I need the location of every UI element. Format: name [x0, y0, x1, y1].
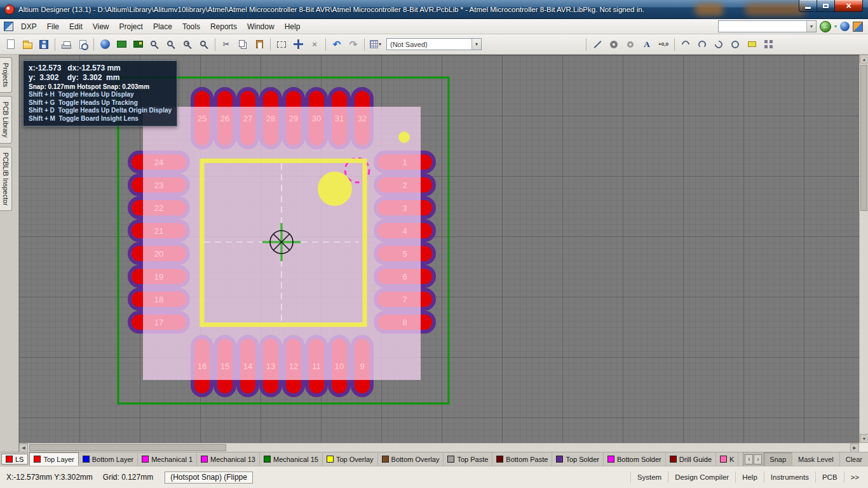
scroll-right-button[interactable]: ▶: [850, 444, 859, 452]
place-arc-edge-button[interactable]: [695, 37, 710, 52]
silkscreen-dot[interactable]: [398, 132, 410, 143]
panel-button-system[interactable]: System: [630, 471, 668, 483]
print-preview-button[interactable]: [75, 37, 90, 52]
layer-tabs-prev-button[interactable]: ‹: [745, 454, 753, 464]
open-button[interactable]: [20, 37, 35, 52]
close-button[interactable]: ×: [834, 0, 863, 12]
layer-tab-bottom-solder[interactable]: Bottom Solder: [604, 452, 666, 466]
layer-tab-mechanical-1[interactable]: Mechanical 1: [138, 452, 197, 466]
scroll-down-button[interactable]: ▼: [860, 434, 868, 443]
board-view-button[interactable]: [114, 37, 129, 52]
menu-item-view[interactable]: View: [88, 20, 114, 34]
copy-button[interactable]: [235, 37, 250, 52]
fit-document-button[interactable]: [147, 37, 162, 52]
menu-item-tools[interactable]: Tools: [177, 20, 205, 34]
back-icon[interactable]: ←: [820, 21, 831, 32]
deselect-icon: ×: [312, 39, 317, 49]
search-combobox[interactable]: ▾: [718, 20, 817, 32]
save-button[interactable]: [36, 37, 51, 52]
new-document-button[interactable]: [3, 37, 18, 52]
chevron-down-icon[interactable]: ▾: [471, 39, 481, 50]
dxp-app-icon[interactable]: [4, 22, 13, 31]
menu-item-window[interactable]: Window: [242, 20, 280, 34]
layer-tab-drill-guide[interactable]: Drill Guide: [666, 452, 716, 466]
maximize-button[interactable]: [817, 0, 834, 12]
place-pad-button[interactable]: [606, 37, 621, 52]
panel-tab-pcb-library[interactable]: PCB Library: [0, 96, 12, 144]
layer-tab-bottom-layer[interactable]: Bottom Layer: [79, 452, 138, 466]
minimize-button[interactable]: [799, 0, 817, 12]
pin1-marker-dot[interactable]: [318, 172, 352, 206]
menu-item-reports[interactable]: Reports: [205, 20, 242, 34]
place-full-circle-button[interactable]: [728, 37, 743, 52]
back-history-caret-icon[interactable]: ▾: [834, 24, 837, 29]
layer-tab-bottom-paste[interactable]: Bottom Paste: [492, 452, 552, 466]
panel-tab-projects[interactable]: Projects: [0, 57, 12, 93]
place-arc-any-button[interactable]: [711, 37, 726, 52]
vertical-scroll-thumb[interactable]: [860, 65, 867, 211]
workspace-icon[interactable]: [853, 22, 863, 32]
zoom-area-button[interactable]: [163, 37, 179, 52]
place-line-button[interactable]: [590, 37, 605, 52]
snap-button[interactable]: Snap: [763, 452, 792, 466]
move-button[interactable]: [290, 37, 306, 52]
panel-button-design-compiler[interactable]: Design Compiler: [668, 471, 735, 483]
layer-tabs-next-button[interactable]: ›: [754, 454, 762, 464]
layer-tab-bottom-overlay[interactable]: Bottom Overlay: [378, 452, 444, 466]
grid-settings-button[interactable]: ▾: [368, 37, 383, 52]
zoom-selection-button[interactable]: [196, 37, 212, 52]
panel-button-instruments[interactable]: Instruments: [764, 471, 815, 483]
scroll-up-button[interactable]: ▲: [860, 55, 868, 64]
open-folder-icon: [23, 43, 32, 49]
layer-tab-top-solder[interactable]: Top Solder: [552, 452, 604, 466]
menu-item-place[interactable]: Place: [148, 20, 177, 34]
toolbar-separator: [270, 38, 271, 51]
pad-number-6: 6: [402, 272, 407, 281]
horizontal-scroll-thumb[interactable]: [29, 444, 226, 451]
vertical-scrollbar[interactable]: ▲ ▼: [859, 55, 868, 443]
paste-button[interactable]: [252, 37, 267, 52]
layer-pair-indicator[interactable]: LS: [1, 454, 28, 464]
paste-array-button[interactable]: [761, 37, 776, 52]
layer-tab-mechanical-13[interactable]: Mechanical 13: [197, 452, 260, 466]
menu-item-edit[interactable]: Edit: [64, 20, 88, 34]
toolbar-separator: [674, 38, 675, 51]
layer-tab-k[interactable]: K: [716, 452, 738, 466]
undo-button[interactable]: ↶: [329, 37, 344, 52]
layer-tab-top-overlay[interactable]: Top Overlay: [323, 452, 378, 466]
grid-preset-combobox[interactable]: (Not Saved) ▾: [386, 38, 482, 50]
select-area-button[interactable]: [274, 37, 289, 52]
menu-item-dxp[interactable]: DXP: [16, 20, 42, 34]
place-string-button[interactable]: A: [639, 37, 654, 52]
deselect-button[interactable]: ×: [307, 37, 322, 52]
zoom-in-button[interactable]: +: [180, 37, 195, 52]
menu-item-help[interactable]: Help: [280, 20, 306, 34]
place-fill-button[interactable]: [744, 37, 759, 52]
panel-button-item[interactable]: >>: [844, 471, 865, 483]
layer-tab-top-paste[interactable]: Top Paste: [444, 452, 492, 466]
panel-button-help[interactable]: Help: [735, 471, 764, 483]
web-sphere-icon[interactable]: [840, 22, 850, 31]
panel-button-pcb[interactable]: PCB: [815, 471, 844, 483]
cut-button[interactable]: ✂: [219, 37, 234, 52]
mask-level-button[interactable]: Mask Level: [792, 452, 839, 466]
panel-tab-pcblib-inspector[interactable]: PCBLIB Inspector: [0, 147, 12, 211]
place-via-button[interactable]: [623, 37, 638, 52]
place-coordinate-button[interactable]: +0,0: [656, 37, 671, 52]
layer-tab-top-layer[interactable]: Top Layer: [29, 452, 78, 466]
horizontal-scrollbar[interactable]: ◀ ▶: [19, 443, 859, 452]
browser-button[interactable]: [97, 37, 112, 52]
menu-item-project[interactable]: Project: [114, 20, 148, 34]
pcb-editor-canvas[interactable]: 2423222120191817123456782526272829303132…: [19, 55, 859, 443]
clear-button[interactable]: Clear: [839, 452, 868, 466]
layer-tab-mechanical-15[interactable]: Mechanical 15: [260, 452, 323, 466]
chevron-down-icon[interactable]: ▾: [806, 21, 816, 32]
menu-item-file[interactable]: File: [42, 20, 64, 34]
place-arc-center-button[interactable]: [678, 37, 693, 52]
toolbar-separator: [215, 38, 215, 51]
redo-button[interactable]: ↷: [346, 37, 361, 52]
string-tool-icon: A: [644, 40, 649, 48]
board-3d-button[interactable]: [130, 37, 146, 52]
scroll-left-button[interactable]: ◀: [19, 444, 28, 452]
print-button[interactable]: [58, 37, 74, 52]
